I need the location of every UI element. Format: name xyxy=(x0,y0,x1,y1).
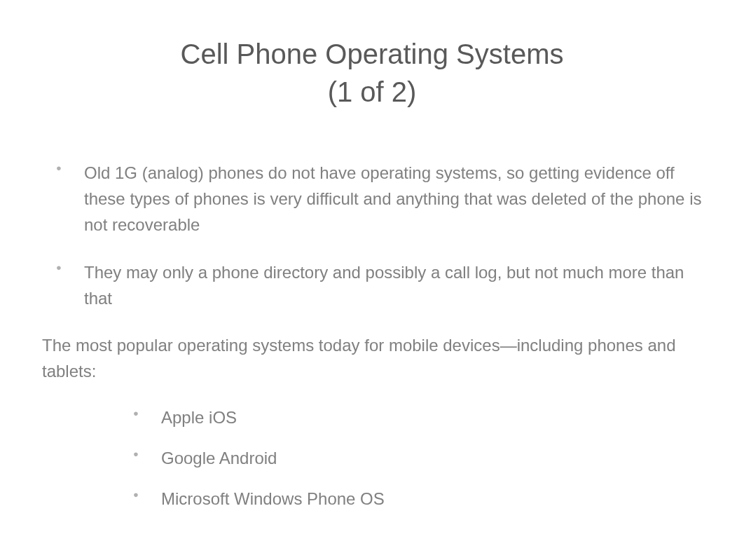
list-item: Microsoft Windows Phone OS xyxy=(133,486,702,512)
intro-paragraph: The most popular operating systems today… xyxy=(42,332,702,384)
slide-title: Cell Phone Operating Systems (1 of 2) xyxy=(42,35,702,111)
main-bullet-list: Old 1G (analog) phones do not have opera… xyxy=(42,160,702,311)
list-item: Old 1G (analog) phones do not have opera… xyxy=(56,160,702,238)
list-item: Google Android xyxy=(133,446,702,471)
sub-bullet-list: Apple iOS Google Android Microsoft Windo… xyxy=(42,405,702,512)
list-item: Apple iOS xyxy=(133,405,702,430)
list-item: They may only a phone directory and poss… xyxy=(56,259,702,311)
title-line-1: Cell Phone Operating Systems xyxy=(181,39,564,69)
title-line-2: (1 of 2) xyxy=(328,76,417,107)
